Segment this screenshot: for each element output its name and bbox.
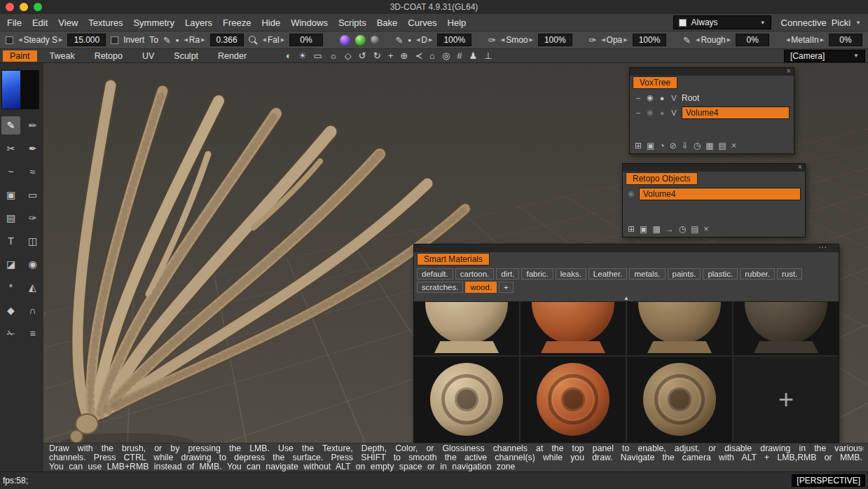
material-tile-wood-carved-brown[interactable] [627, 357, 732, 442]
increment-icon[interactable]: ▶ [429, 37, 432, 43]
decrement-icon[interactable]: ◀ [501, 37, 504, 43]
mat-tab-dirt[interactable]: dirt. [496, 268, 519, 280]
voxtree-row-volume4[interactable]: − ◉ ● V Volume4 [630, 105, 794, 120]
mat-tab-wood[interactable]: wood. [465, 282, 497, 293]
wave-tool[interactable]: ≈ [23, 163, 42, 181]
increment-icon[interactable]: ▶ [281, 37, 284, 43]
close-window-button[interactable] [6, 3, 14, 11]
voxtree-row-root[interactable]: − ◉ ● V Root [630, 90, 794, 105]
color-picker-swatch[interactable] [1, 70, 21, 109]
lock-icon[interactable]: ▪ [176, 35, 179, 46]
voxtree-root-label[interactable]: Root [682, 93, 699, 103]
retopo-panel-header[interactable]: × [623, 164, 805, 172]
delete-icon[interactable]: × [704, 224, 709, 234]
toolbar-checkbox[interactable] [6, 36, 13, 44]
import-icon[interactable]: → [666, 224, 674, 234]
secondary-color-swatch[interactable] [21, 70, 39, 109]
menu-freeze[interactable]: Freeze [223, 18, 251, 28]
eye-tool[interactable]: ◉ [23, 255, 42, 273]
history-icon[interactable]: ◷ [679, 224, 686, 234]
roughness-value[interactable]: 0% [736, 34, 769, 46]
home-view-icon[interactable]: ⌂ [429, 50, 435, 61]
mannequin-icon[interactable]: ♟ [469, 50, 477, 61]
light-icon[interactable]: ☼ [329, 50, 338, 61]
increment-icon[interactable]: ▶ [727, 37, 731, 43]
menu-file[interactable]: File [7, 18, 22, 28]
tab-retopo[interactable]: Retopo [88, 50, 130, 62]
decrement-icon[interactable]: ◀ [696, 37, 699, 43]
fill-tool[interactable]: ▤ [1, 209, 20, 227]
mat-tab-fabric[interactable]: fabric. [521, 268, 553, 280]
duplicate-icon[interactable]: ▣ [647, 141, 654, 151]
camera-dropdown[interactable]: [Camera] ▼ [784, 50, 865, 62]
mat-tab-default[interactable]: default. [417, 268, 453, 280]
connective-picking-dropdown[interactable]: Connective Picki ▼ [781, 18, 861, 28]
pressure-pen-icon[interactable]: ✎ [163, 35, 171, 46]
contrast-icon[interactable]: ◐ [286, 50, 291, 61]
spark-tool[interactable]: ◆ [1, 301, 20, 319]
menu-scripts[interactable]: Scripts [338, 18, 366, 28]
smoothing-brush-icon[interactable]: ✑ [488, 35, 496, 46]
material-tile-wood-plain-brown[interactable] [627, 302, 732, 355]
material-tile-wood-dark[interactable] [733, 302, 839, 355]
import-icon[interactable]: ⇩ [682, 141, 689, 151]
visibility-eye-icon[interactable]: ◉ [646, 108, 654, 117]
material-tile-wood-carved-tan[interactable] [414, 357, 519, 442]
add-material-tile[interactable]: + [733, 357, 839, 442]
mat-tab-scratches[interactable]: scratches. [417, 282, 463, 293]
mat-tab-cartoon[interactable]: cartoon. [455, 268, 495, 280]
pipe-tool[interactable]: ∩ [23, 301, 42, 319]
tab-paint[interactable]: Paint [3, 50, 37, 62]
menu-layers[interactable]: Layers [185, 18, 212, 28]
minimize-window-button[interactable] [20, 3, 28, 11]
menu-curves[interactable]: Curves [408, 18, 436, 28]
mat-tab-rubber[interactable]: rubber. [740, 268, 775, 280]
tab-tweak[interactable]: Tweak [43, 50, 82, 62]
voxel-mode-badge[interactable]: V [670, 109, 678, 117]
zoom-window-button[interactable] [34, 3, 42, 11]
pencil-tool[interactable]: ✏ [23, 116, 42, 135]
rotate-ccw-icon[interactable]: ↺ [359, 50, 366, 61]
mat-tab-leather[interactable]: Leather. [588, 268, 628, 280]
cut-tool[interactable]: ✁ [1, 324, 20, 343]
zoom-icon[interactable]: ⊕ [400, 50, 408, 61]
merge-icon[interactable]: ▦ [652, 224, 660, 234]
smooth-icon[interactable]: ◔ [659, 141, 664, 151]
magnifier-icon[interactable] [249, 36, 258, 45]
clone-tool[interactable]: ✂ [1, 139, 20, 158]
menu-textures[interactable]: Textures [88, 18, 123, 28]
voxelize-icon[interactable]: ▦ [705, 141, 713, 151]
export-icon[interactable]: ▤ [719, 141, 726, 151]
increment-icon[interactable]: ▶ [624, 37, 627, 43]
smudge-tool[interactable]: ~ [1, 163, 20, 181]
mat-tab-rust[interactable]: rust. [777, 268, 802, 280]
pen-tool[interactable]: ✒ [23, 139, 42, 158]
visibility-eye-icon[interactable]: ◉ [627, 189, 635, 198]
viewport-3d[interactable]: × VoxTree − ◉ ● V Root − ◉ ● V Volume4 [43, 63, 868, 471]
menu-edit[interactable]: Edit [32, 18, 48, 28]
grid-toggle-icon[interactable]: # [457, 50, 462, 61]
text-tool[interactable]: T [1, 232, 20, 250]
menu-hide[interactable]: Hide [261, 18, 280, 28]
collapse-icon[interactable]: − [634, 109, 642, 117]
decrement-icon[interactable]: ◀ [786, 37, 790, 43]
curve-pen-tool[interactable]: ✑ [23, 209, 42, 227]
brush-tool[interactable]: ✎ [1, 116, 20, 135]
decrement-icon[interactable]: ◀ [184, 37, 187, 43]
marquee-tool[interactable]: ▭ [23, 186, 42, 204]
materials-title-tab[interactable]: Smart Materials [417, 253, 490, 266]
spray-tool[interactable]: * [1, 278, 20, 296]
invert-checkbox[interactable] [111, 36, 118, 44]
increment-icon[interactable]: ▶ [201, 37, 205, 43]
depth-lock-icon[interactable]: ▪ [408, 35, 411, 46]
mat-tab-paints[interactable]: paints. [668, 268, 701, 280]
menu-bake[interactable]: Bake [377, 18, 398, 28]
fit-view-icon[interactable]: ≺ [415, 50, 422, 61]
decrement-icon[interactable]: ◀ [416, 37, 420, 43]
history-icon[interactable]: ◷ [694, 141, 701, 151]
material-tile-wood-red-lacquer[interactable] [521, 302, 626, 355]
depth-pen-icon[interactable]: ✎ [395, 35, 403, 46]
panel-menu-icon[interactable]: ⋯ [818, 242, 827, 252]
clear-icon[interactable]: ⊘ [670, 141, 677, 151]
menu-symmetry[interactable]: Symmetry [133, 18, 174, 28]
